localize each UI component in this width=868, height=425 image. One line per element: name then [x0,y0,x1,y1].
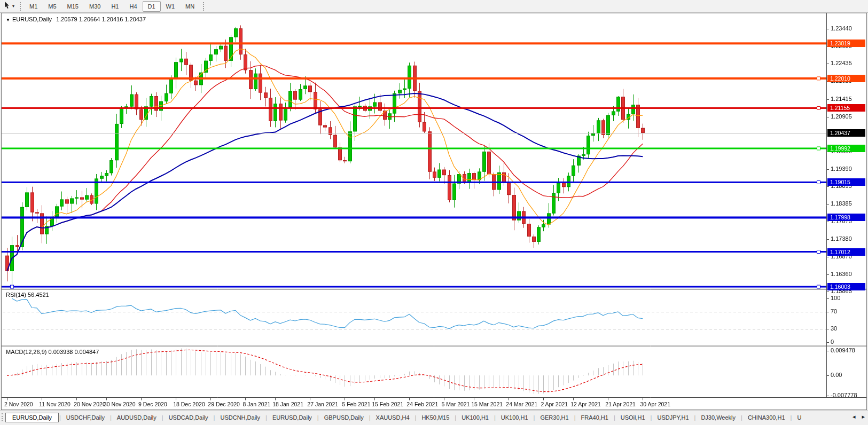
tabs-scroll-right-button[interactable]: ▸ [860,413,866,421]
chart-quote-ohlc: 1.20579 1.20664 1.20416 1.20437 [56,16,146,22]
chart-tab-uk100-h1[interactable]: UK100,H1 [496,413,533,422]
tabbar-grip[interactable] [2,413,3,421]
date-axis-label: 12 Apr 2021 [570,401,601,407]
date-axis-label: 30 Apr 2021 [640,401,670,407]
rsi-axis-tick: 0 [831,339,834,345]
date-axis-label: 5 Feb 2021 [342,401,370,407]
chart-symbol-label: EURUSD,Daily [12,16,52,22]
price-chart-canvas[interactable] [2,13,866,410]
chart-tab-xauusd-h4[interactable]: XAUUSD,H4 [371,413,415,422]
timeframe-button-m30[interactable]: M30 [84,1,106,12]
level-price-tag: 1.19992 [827,145,865,152]
date-axis-label: 20 Nov 2020 [74,401,106,407]
chart-tab-usdchf-daily[interactable]: USDCHF,Daily [61,413,110,422]
mt4-terminal: ▾ M1M5M15M30H1H4D1W1MN ▼EURUSD,Daily1.20… [0,0,868,425]
chart-tab-usdcnh-daily[interactable]: USDCNH,Daily [215,413,265,422]
cursor-pointer-icon [4,1,11,11]
timeframe-button-d1[interactable]: D1 [143,1,161,12]
date-axis-label: 9 Dec 2020 [138,401,167,407]
tab-scroll-arrows: ◂ ▸ [851,413,866,421]
date-axis-label: 15 Feb 2021 [372,401,403,407]
chart-tab-fra40-h1[interactable]: FRA40,H1 [576,413,613,422]
toolbar-grip[interactable] [20,2,21,11]
date-axis-label: 30 Nov 2020 [104,401,136,407]
timeframes-toolbar: ▾ M1M5M15M30H1H4D1W1MN [0,0,868,13]
price-axis-tick: 1.20905 [831,113,852,120]
date-axis-label: 18 Dec 2020 [173,401,205,407]
toolbar-grip-end[interactable] [203,2,204,11]
date-axis-label: 2 Apr 2021 [541,401,568,407]
chart-tab-gbpusd-daily[interactable]: GBPUSD,Daily [319,413,369,422]
date-axis-label: 27 Jan 2021 [307,401,338,407]
chart-title: ▼EURUSD,Daily1.20579 1.20664 1.20416 1.2… [6,16,146,22]
status-strip [0,423,868,425]
timeframe-button-m15[interactable]: M15 [62,1,84,12]
date-axis-label: 24 Feb 2021 [406,401,438,407]
timeframe-button-w1[interactable]: W1 [161,1,181,12]
level-price-tag: 1.23019 [827,40,865,47]
date-axis-label: 15 Mar 2021 [471,401,503,407]
chart-tab-ger30-h1[interactable]: GER30,H1 [535,413,573,422]
rsi-value: 56.4521 [28,292,49,298]
date-axis-label: 5 Mar 2021 [441,401,470,407]
macd-axis-tick: 0.009478 [831,347,855,353]
chevron-down-icon: ▾ [12,4,14,9]
price-axis-tick: 1.17380 [831,235,852,242]
date-axis-label: 21 Apr 2021 [605,401,636,407]
chart-tab-hk50-m15[interactable]: HK50,M15 [417,413,454,422]
price-axis-tick: 1.22435 [831,60,852,66]
timeframe-button-m5[interactable]: M5 [43,1,61,12]
rsi-axis-tick: 70 [831,308,837,314]
level-price-tag: 1.17998 [827,214,865,221]
timeframe-button-h4[interactable]: H4 [124,1,142,12]
price-axis-tick: 1.21415 [831,96,852,102]
chart-tab-usoil-h1[interactable]: USOil,H1 [616,413,650,422]
chart-tab-usdcad-daily[interactable]: USDCAD,Daily [164,413,213,422]
chart-tab-audusd-daily[interactable]: AUDUSD,Daily [112,413,161,422]
price-axis-tick: 1.16360 [831,271,852,277]
date-axis-label: 11 Nov 2020 [39,401,71,407]
cursor-tool-button[interactable]: ▾ [2,0,17,12]
date-axis-label: 8 Jan 2021 [243,401,270,407]
timeframe-button-mn[interactable]: MN [180,1,200,12]
collapse-triangle-icon[interactable]: ▼ [6,18,10,22]
level-price-tag: 1.22010 [827,75,865,82]
chart-tab-usdjpy-h1[interactable]: USDJPY,H1 [652,413,693,422]
date-axis-label: 24 Mar 2021 [506,401,537,407]
macd-main-value: 0.003938 [48,349,73,355]
level-price-tag: 1.16003 [827,283,865,290]
chart-tab-u[interactable]: U [792,413,806,422]
current-price-tag: 1.20437 [827,129,865,137]
macd-indicator-label: MACD(12,26,9) 0.003938 0.004847 [6,349,99,355]
macd-axis-tick: -0.007778 [831,392,857,398]
timeframe-button-m1[interactable]: M1 [24,1,43,12]
level-price-tag: 1.19015 [827,178,865,186]
chart-tab-eurusd-daily[interactable]: EURUSD,Daily [5,413,59,422]
timeframe-button-h1[interactable]: H1 [106,1,124,12]
macd-signal-value: 0.004847 [74,349,99,355]
date-axis-label: 29 Dec 2020 [208,401,240,407]
chart-window: ▼EURUSD,Daily1.20579 1.20664 1.20416 1.2… [1,13,867,410]
rsi-axis-tick: 100 [831,295,840,301]
level-price-tag: 1.17012 [827,248,865,256]
price-axis-tick: 1.19390 [831,166,852,172]
rsi-axis-tick: 30 [831,325,837,332]
price-axis-tick: 1.18385 [831,200,852,207]
chart-tab-china300-h1[interactable]: CHINA300,H1 [743,413,790,422]
chart-tab-eurusd-daily[interactable]: EURUSD,Daily [268,413,317,422]
macd-axis-tick: 0.00 [831,372,842,378]
chart-tabs: EURUSD,Daily|USDCHF,Daily|AUDUSD,Daily|U… [5,413,806,422]
timeframe-buttons: M1M5M15M30H1H4D1W1MN [24,1,200,12]
price-axis-tick: 1.23440 [831,25,852,32]
date-axis-label: 2 Nov 2020 [4,401,33,407]
rsi-indicator-label: RSI(14) 56.4521 [6,292,49,298]
chart-tab-uk100-h1[interactable]: UK100,H1 [457,413,494,422]
chart-tab-dj30-weekly[interactable]: DJ30,Weekly [696,413,740,422]
tabs-scroll-left-button[interactable]: ◂ [851,413,857,421]
chart-tabs-bar: EURUSD,Daily|USDCHF,Daily|AUDUSD,Daily|U… [0,411,868,423]
date-axis-label: 18 Jan 2021 [272,401,303,407]
level-price-tag: 1.21155 [827,104,865,112]
